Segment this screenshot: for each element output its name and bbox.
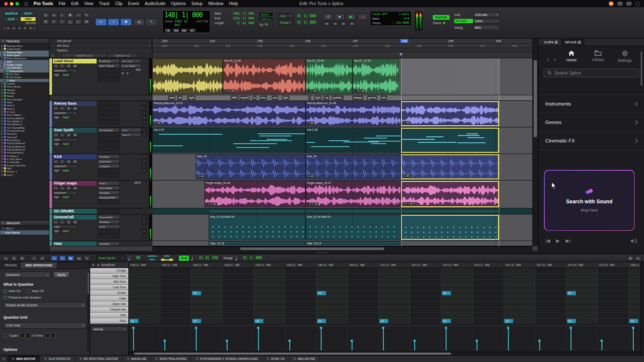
midi-note-kick-16[interactable]: C2 — [629, 319, 638, 323]
send-letter-b[interactable]: b — [142, 159, 146, 163]
loop-playback-icon[interactable]: ↺ — [323, 13, 333, 20]
close-tab-icon[interactable]: ✕ — [195, 357, 198, 361]
insert-slot[interactable]: ChnlStrp — [98, 220, 120, 224]
intime-value-input[interactable]: 2 — [45, 333, 55, 338]
record-enable-button[interactable] — [53, 186, 59, 190]
dyn-button[interactable]: dyn — [53, 115, 61, 119]
pencil-icon[interactable]: ✎ — [146, 18, 157, 26]
sidebar-track-orca-string[interactable]: Orca String — [0, 85, 49, 88]
swing-value[interactable]: 86% — [473, 25, 500, 30]
input-monitor-button[interactable]: I — [59, 133, 65, 137]
automation-mode-button[interactable]: read — [61, 195, 70, 199]
sidebar-track-kick[interactable]: Kick — [0, 60, 49, 63]
tempo-value[interactable]: 129.0000 — [396, 21, 409, 24]
grabber-tool-icon[interactable]: ✚ — [67, 12, 74, 18]
insert-slot[interactable] — [98, 209, 120, 213]
track-name[interactable]: Lead Vocal — [53, 59, 97, 63]
insert-slot[interactable]: Lo-Fi — [98, 224, 120, 229]
midi-note-kick-14[interactable]: C2 — [567, 319, 576, 323]
insert-slot[interactable] — [98, 142, 120, 146]
sidebar-track-verb-2[interactable]: Verb 2 — [0, 104, 49, 107]
track-name[interactable]: GrooveCell — [53, 215, 97, 220]
splice-tab-clips[interactable]: CLIPS — [541, 39, 561, 45]
insert-slot[interactable]: GrooveCell — [98, 215, 120, 219]
splice-category-instruments[interactable]: Instruments — [538, 95, 644, 113]
insert-slot[interactable]: EQ3 7-Band — [98, 63, 120, 68]
clip-kick-04[interactable]: Kick_040 dB — [306, 154, 401, 179]
drum-lane-snare[interactable]: Snare — [90, 290, 128, 296]
me-mute-button[interactable]: M — [19, 256, 25, 261]
mute-button[interactable]: M — [72, 220, 78, 224]
velocity-stem[interactable] — [133, 328, 134, 350]
ops-tab-tracks[interactable]: TRACKS — [0, 262, 21, 268]
insertion-follows-icon[interactable]: ▷ — [75, 19, 82, 24]
midi-grid-ruler[interactable]: 146|1| 000146|1| 480146|2| 000146|2| 480… — [129, 262, 641, 268]
automation-mode-button[interactable]: read — [61, 142, 70, 146]
sidebar-track-stabs[interactable]: Stabs — [0, 94, 49, 97]
midi-note-snare-2[interactable]: F2 — [192, 291, 201, 296]
sidebar-track-inst-1[interactable]: Inst 1 — [0, 173, 49, 176]
sidebar-track-voc-samples[interactable]: Voc Samples — [0, 98, 49, 101]
smart-trim-button[interactable]: ⇦ — [95, 18, 107, 26]
midi-hscroll-thumb[interactable] — [134, 353, 451, 355]
midi-note-snare-14[interactable]: F2 — [567, 291, 576, 296]
bottom-tab-clip-effects[interactable]: ✕CLIP EFFECTS — [40, 356, 75, 362]
velocity-stem[interactable] — [258, 328, 259, 350]
control-center-icon[interactable] — [626, 2, 632, 6]
checkbox-icon[interactable] — [3, 290, 7, 293]
operation-select[interactable]: Quantize — [3, 272, 51, 278]
me-grab-tool-icon[interactable]: ✚ — [67, 256, 74, 261]
edit-vertical-scrollbar[interactable] — [532, 39, 538, 246]
close-tab-icon[interactable]: ✕ — [12, 357, 15, 361]
lyric-word[interactable]: myself — [240, 96, 250, 100]
lane-expand-icon[interactable]: ▾ — [96, 263, 100, 267]
post-roll-icon[interactable]: ▶| — [349, 21, 356, 26]
midi-note-snare-6[interactable]: F2 — [317, 291, 326, 296]
nav-back-icon[interactable]: ‹ — [544, 56, 551, 63]
clip-vox-07-15-39[interactable]: Vox.07_15-39+3.0 dB — [352, 59, 399, 94]
sidebar-track-chorus2[interactable]: Chorus2 — [0, 136, 49, 139]
insert-slot[interactable] — [98, 106, 120, 110]
bottom-tab-melodyne[interactable]: ✕MELODYNE — [289, 356, 320, 362]
track-name[interactable]: Hats — [53, 241, 97, 246]
insert-slot[interactable]: ChnlStrp — [98, 190, 120, 195]
sidebar-track-groovecell[interactable]: GrooveCell — [0, 69, 49, 72]
group-all[interactable]: <ALL> — [0, 226, 49, 230]
rewind-icon[interactable]: ◀◀ — [173, 28, 179, 32]
clip-kick-02-16-midi-90[interactable]: Kick_02-16-MIDI-90 — [209, 215, 306, 240]
main-counter[interactable]: 148| 1| 000 Cursor 149| 4| 047 -3637358 … — [162, 10, 210, 33]
insert-slot[interactable]: Lowpass — [98, 164, 120, 168]
apply-button[interactable]: Apply — [53, 272, 70, 278]
me-target-icon[interactable]: ⊙ — [635, 256, 641, 261]
menu-setup[interactable]: Setup — [191, 1, 203, 6]
midi-grid-lanes[interactable]: F2F2F2F2C2C2C2C2C2C2C2C2C2 — [129, 268, 641, 324]
ruler-bar-144[interactable]: 144 — [210, 39, 215, 43]
insert-slot[interactable]: ProComp — [98, 59, 120, 63]
me-nudge-value[interactable]: 0| 1| 000 — [243, 256, 262, 260]
splice-tab-splice[interactable]: SPLICE — [562, 39, 584, 45]
velocity-stem[interactable] — [164, 341, 165, 350]
midi-note-snare-10[interactable]: F2 — [442, 291, 451, 296]
send-letter-c[interactable]: c — [142, 111, 146, 115]
sidebar-track-vox-riddim-2[interactable]: Vox Riddim 2 — [0, 123, 49, 126]
lyric-word[interactable]: night — [187, 96, 195, 100]
return-to-start-icon[interactable]: |◀ — [164, 28, 171, 32]
clip-hats-02-18[interactable]: Hats_02-18 — [209, 241, 306, 245]
insert-slot[interactable]: ChnlStrp — [98, 154, 120, 159]
edit-vscroll-thumb[interactable] — [534, 60, 537, 137]
add-ruler-icon2[interactable]: + — [149, 44, 150, 47]
close-tab-icon[interactable]: ✕ — [127, 357, 129, 361]
me-solo-button[interactable]: S — [11, 256, 17, 261]
dyn-button[interactable]: dyn — [53, 73, 61, 77]
splice-category-genres[interactable]: Genres — [538, 113, 644, 132]
clip-inst-2-08[interactable]: Inst 2-08 — [306, 128, 401, 153]
close-tab-icon[interactable]: ✕ — [79, 357, 82, 361]
start-value[interactable]: 148| 1| 000 — [229, 12, 254, 15]
clip-vox-07-15-46[interactable]: Vox.07_15-46-1.0 dB — [306, 59, 353, 94]
pencil-tool-icon[interactable]: ✎ — [83, 12, 90, 18]
mode-slip-button[interactable]: SLIP — [3, 17, 19, 21]
splice-category-cinematic-fx[interactable]: Cinematic FX — [538, 132, 644, 150]
track-name[interactable]: GC DRUMS — [53, 209, 97, 214]
insert-slot[interactable]: PSA-1 — [98, 181, 120, 185]
zoom-in-icon[interactable]: ▸ — [34, 27, 36, 30]
